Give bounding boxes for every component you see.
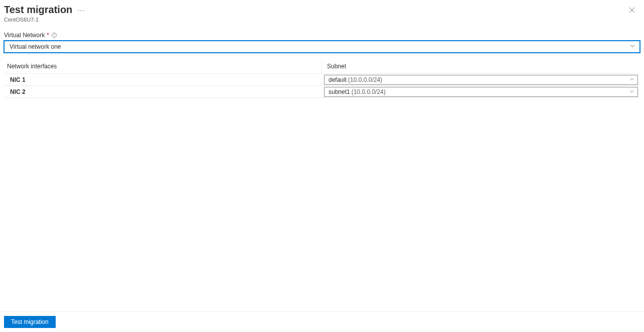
column-header-nic: Network interfaces: [4, 59, 322, 73]
content-area: Virtual Network * Virtual network one Ne…: [0, 23, 644, 98]
column-header-subnet: Subnet: [322, 59, 640, 73]
subnet-dropdown-nic1[interactable]: default (10.0.0.0/24): [324, 75, 638, 85]
virtual-network-label-row: Virtual Network *: [4, 32, 640, 39]
nic-table: Network interfaces Subnet NIC 1 default …: [4, 59, 640, 98]
subnet-secondary: (10.0.0.0/24): [348, 76, 382, 83]
subnet-dropdown-nic2[interactable]: subnet1 (10.0.0.0/24): [324, 87, 638, 97]
page-subtitle: CentOS6U7-1: [4, 17, 634, 23]
subnet-cell: default (10.0.0.0/24): [322, 74, 640, 85]
subnet-primary: default: [329, 76, 347, 83]
panel-header: Test migration ··· CentOS6U7-1: [0, 0, 644, 23]
test-migration-button[interactable]: Test migration: [4, 316, 56, 328]
page-title: Test migration: [4, 4, 72, 16]
more-icon[interactable]: ···: [77, 6, 85, 14]
nic-name: NIC 1: [4, 76, 322, 83]
nic-name: NIC 2: [4, 88, 322, 95]
required-indicator: *: [47, 32, 49, 39]
table-row: NIC 1 default (10.0.0.0/24): [4, 74, 640, 86]
table-row: NIC 2 subnet1 (10.0.0.0/24): [4, 86, 640, 98]
svg-point-4: [54, 34, 54, 34]
footer-bar: Test migration: [0, 311, 644, 332]
subnet-cell: subnet1 (10.0.0.0/24): [322, 86, 640, 97]
info-icon[interactable]: [51, 32, 57, 38]
virtual-network-label: Virtual Network: [4, 32, 45, 39]
table-header-row: Network interfaces Subnet: [4, 59, 640, 74]
chevron-down-icon: [629, 43, 635, 51]
chevron-down-icon: [629, 88, 634, 95]
close-button[interactable]: [627, 5, 637, 15]
virtual-network-selected: Virtual network one: [10, 43, 61, 50]
title-row: Test migration ···: [4, 4, 634, 16]
chevron-down-icon: [629, 76, 634, 83]
subnet-primary: subnet1: [329, 88, 350, 95]
subnet-secondary: (10.0.0.0/24): [352, 88, 386, 95]
virtual-network-dropdown[interactable]: Virtual network one: [4, 41, 640, 53]
close-icon: [628, 7, 635, 14]
